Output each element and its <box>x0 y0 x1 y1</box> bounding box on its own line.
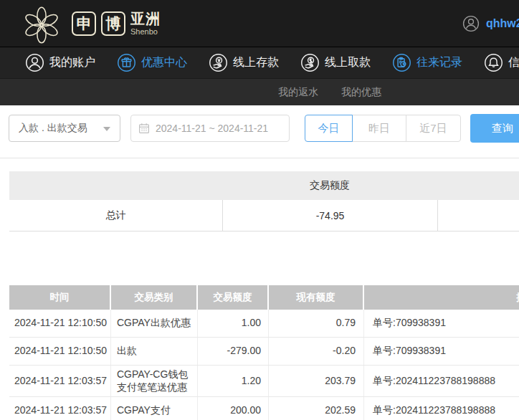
cell-amount: 1.00 <box>198 310 269 337</box>
column-header-time: 时间 <box>9 285 111 310</box>
summary-table-header: 交易额度 <box>9 171 519 200</box>
today-button[interactable]: 今日 <box>305 115 353 142</box>
top-brand-bar: 申 博 亚洲 Shenbo qhhw2 <box>0 0 519 47</box>
quick-date-button-group: 今日 昨日 近7日 <box>305 115 461 142</box>
table-row: 2024-11-21 12:03:57 CGPAY-CG钱包支付笔笔送优惠 1.… <box>9 366 519 397</box>
bell-circle-icon <box>484 53 503 72</box>
sub-navigation: 我的返水 我的优惠 <box>0 79 519 105</box>
cell-balance: 0.79 <box>269 310 364 337</box>
flower-logo-icon <box>16 4 67 47</box>
brand-region-text: 亚洲 <box>130 11 161 26</box>
nav-item-label: 信息 <box>508 55 519 70</box>
yesterday-button[interactable]: 昨日 <box>352 115 406 142</box>
cell-amount: 1.20 <box>198 366 269 396</box>
date-range-value: 2024-11-21 ~ 2024-11-21 <box>156 123 268 134</box>
summary-header-empty <box>437 171 519 200</box>
chevron-down-icon <box>103 127 110 131</box>
cell-type: CGPAY-CG钱包支付笔笔送优惠 <box>111 366 198 396</box>
deposit-hand-coin-icon <box>209 53 228 72</box>
cell-balance: 202.59 <box>269 397 364 420</box>
summary-total-label: 总计 <box>9 200 222 231</box>
cell-balance: -0.20 <box>269 338 364 365</box>
cell-time: 2024-11-21 12:03:57 <box>9 397 111 420</box>
user-account-area[interactable]: qhhw2 <box>462 0 519 47</box>
cell-memo: 单号:709938391 <box>364 310 519 337</box>
summary-header-amount: 交易额度 <box>222 171 437 200</box>
nav-item-messages[interactable]: 信息 <box>484 53 519 72</box>
nav-item-my-account[interactable]: 我的账户 <box>25 53 95 72</box>
cell-memo: 单号:202411223788198888 <box>364 366 519 396</box>
summary-table: 交易额度 总计 -74.95 <box>9 171 519 232</box>
summary-total-row: 总计 -74.95 <box>9 200 519 232</box>
brand-char-box: 申 <box>72 11 96 36</box>
column-header-memo: 摘要 <box>364 285 519 310</box>
brand-english-name: Shenbo <box>130 28 161 36</box>
records-table-header: 时间 交易类别 交易额度 现有额度 摘要 <box>9 285 519 310</box>
brand-char-box: 博 <box>101 11 125 36</box>
search-button[interactable]: 查询 <box>470 114 519 143</box>
nav-item-transaction-records[interactable]: 往来记录 <box>392 53 462 72</box>
table-row: 2024-11-21 12:03:57 CGPAY支付 200.00 202.5… <box>9 397 519 420</box>
brand-logo[interactable]: 申 博 亚洲 Shenbo <box>0 1 161 47</box>
cell-memo: 单号:202411223788198888 <box>364 397 519 420</box>
cell-time: 2024-11-21 12:10:50 <box>9 310 111 337</box>
cell-type: CGPAY支付 <box>111 397 198 420</box>
last-7-days-button[interactable]: 近7日 <box>406 115 461 142</box>
nav-item-label: 线上存款 <box>233 55 279 70</box>
nav-item-online-withdrawal[interactable]: 线上取款 <box>300 53 371 72</box>
cell-type: 出款 <box>111 338 198 365</box>
cell-time: 2024-11-21 12:10:50 <box>9 338 111 365</box>
user-circle-icon <box>25 53 44 72</box>
nav-item-label: 我的账户 <box>49 55 95 70</box>
column-header-balance: 现有额度 <box>269 285 364 310</box>
nav-item-label: 线上取款 <box>325 55 371 70</box>
column-header-type: 交易类别 <box>111 285 198 310</box>
summary-header-empty <box>9 171 222 200</box>
username-text[interactable]: qhhw2 <box>486 17 519 30</box>
cell-amount: -279.00 <box>198 338 269 365</box>
cell-amount: 200.00 <box>198 397 269 420</box>
main-navigation: 我的账户 优惠中心 线上存款 <box>0 47 519 79</box>
filter-toolbar: 入款 . 出款交易 2024-11-21 ~ 2024-11-21 今日 昨日 … <box>0 114 519 143</box>
nav-item-promo-center[interactable]: 优惠中心 <box>117 53 187 72</box>
cell-balance: 203.79 <box>269 366 364 396</box>
date-range-input[interactable]: 2024-11-21 ~ 2024-11-21 <box>130 115 290 142</box>
nav-item-online-deposit[interactable]: 线上存款 <box>209 53 279 72</box>
column-header-amount: 交易额度 <box>198 285 269 310</box>
transaction-type-value: 入款 . 出款交易 <box>19 122 87 135</box>
avatar-icon <box>462 15 480 32</box>
table-row: 2024-11-21 12:10:50 CGPAY出款优惠 1.00 0.79 … <box>9 310 519 338</box>
records-table: 时间 交易类别 交易额度 现有额度 摘要 2024-11-21 12:10:50… <box>9 285 519 420</box>
subnav-item-my-promos[interactable]: 我的优惠 <box>341 86 381 99</box>
nav-item-label: 优惠中心 <box>141 55 187 70</box>
table-row: 2024-11-21 12:10:50 出款 -279.00 -0.20 单号:… <box>9 338 519 366</box>
section-divider <box>0 158 519 158</box>
withdraw-hand-coin-icon <box>300 53 320 72</box>
records-clipboard-clock-icon <box>392 53 411 72</box>
gift-circle-icon <box>117 53 136 72</box>
summary-total-value: -74.95 <box>222 200 437 231</box>
subnav-item-my-rebate[interactable]: 我的返水 <box>278 86 318 99</box>
cell-time: 2024-11-21 12:03:57 <box>9 366 111 396</box>
transaction-type-select[interactable]: 入款 . 出款交易 <box>9 115 120 142</box>
calendar-icon <box>138 123 150 134</box>
summary-empty-cell <box>437 200 519 231</box>
nav-item-label: 往来记录 <box>416 55 462 70</box>
cell-memo: 单号:709938391 <box>364 338 519 365</box>
cell-type: CGPAY出款优惠 <box>111 310 198 337</box>
